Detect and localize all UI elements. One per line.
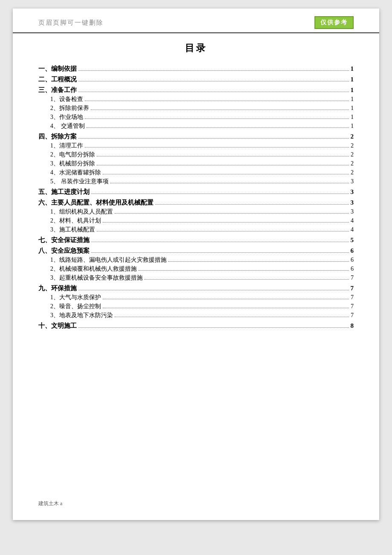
toc-item: 三、准备工作1 — [38, 86, 354, 94]
document-page: 页眉页脚可一键删除 仅供参考 目录 一、编制依据1二、工程概况1三、准备工作11… — [13, 9, 379, 520]
toc-item: 二、工程概况1 — [38, 75, 354, 84]
toc-page-number: 1 — [351, 96, 354, 103]
toc-page-number: 7 — [351, 294, 354, 301]
toc-dots — [91, 194, 349, 194]
toc-page-number: 1 — [351, 123, 354, 130]
footer-text: 建筑土木 a — [38, 500, 62, 506]
toc-item: 2、噪音、扬尘控制7 — [38, 303, 354, 310]
toc-label: 2、噪音、扬尘控制 — [50, 303, 101, 310]
toc-dots — [103, 308, 349, 308]
toc-label: 二、工程概况 — [38, 75, 77, 84]
toc-label: 2、拆除前保养 — [50, 104, 89, 112]
toc-page-number: 2 — [351, 169, 354, 176]
toc-dots — [78, 92, 349, 92]
toc-item: 4、 交通管制1 — [38, 122, 354, 130]
toc-label: 十、文明施工 — [38, 322, 77, 330]
toc-page-number: 6 — [351, 257, 354, 263]
toc-page-number: 3 — [351, 188, 354, 196]
toc-label: 2、电气部分拆除 — [50, 151, 95, 159]
toc-item: 九、环保措施7 — [38, 284, 354, 292]
toc-item: 3、机械部分拆除2 — [38, 160, 354, 168]
toc-page-number: 3 — [351, 199, 354, 206]
toc-page-number: 1 — [351, 65, 354, 72]
toc-label: 四、拆除方案 — [38, 133, 77, 141]
toc-label: 4、 交通管制 — [50, 122, 85, 130]
toc-label: 3、起重机械设备安全事故救援措施 — [50, 274, 143, 282]
toc-dots — [78, 138, 349, 139]
toc-item: 1、大气与水质保护7 — [38, 294, 354, 301]
toc-page-number: 4 — [351, 217, 354, 224]
toc-label: 2、材料、机具计划 — [50, 217, 101, 225]
toc-dots — [103, 174, 349, 174]
toc-item: 1、组织机构及人员配置3 — [38, 208, 354, 216]
toc-label: 八、安全应急预案 — [38, 247, 89, 255]
toc-label: 一、编制依据 — [38, 65, 77, 73]
toc-dots — [85, 147, 349, 147]
toc-dots — [115, 213, 349, 214]
toc-dots — [78, 70, 349, 71]
toc-dots — [115, 317, 349, 317]
toc-item: 一、编制依据1 — [38, 65, 354, 73]
toc-page-number: 7 — [351, 312, 354, 319]
toc-page-number: 1 — [351, 105, 354, 112]
toc-item: 1、线路短路、漏电伤人或引起火灾救援措施6 — [38, 256, 354, 264]
toc-page-number: 6 — [351, 247, 354, 254]
toc-item: 七、安全保证措施5 — [38, 236, 354, 244]
toc-page-number: 3 — [351, 178, 354, 185]
toc-item: 四、拆除方案2 — [38, 133, 354, 141]
toc-page-number: 3 — [351, 208, 354, 215]
toc-page-number: 8 — [351, 322, 354, 330]
toc-dots — [155, 204, 349, 205]
toc-dots — [91, 252, 349, 253]
toc-dots — [144, 279, 349, 280]
toc-label: 五、施工进度计划 — [38, 188, 89, 196]
toc-dots — [91, 242, 349, 242]
toc-page-number: 2 — [351, 142, 354, 149]
toc-page-number: 1 — [351, 76, 354, 83]
toc-label: 1、组织机构及人员配置 — [50, 208, 113, 216]
toc-item: 3、施工机械配置4 — [38, 226, 354, 234]
toc-container: 一、编制依据1二、工程概况1三、准备工作11、设备检查12、拆除前保养13、作业… — [38, 65, 354, 330]
toc-label: 3、施工机械配置 — [50, 226, 95, 234]
toc-page-number: 1 — [351, 114, 354, 121]
toc-dots — [91, 110, 349, 110]
toc-label: 1、线路短路、漏电伤人或引起火灾救援措施 — [50, 256, 167, 264]
toc-page-number: 2 — [351, 151, 354, 158]
toc-item: 五、施工进度计划3 — [38, 188, 354, 196]
toc-dots — [85, 101, 349, 101]
toc-dots — [103, 222, 349, 223]
toc-dots — [78, 290, 349, 290]
toc-label: 三、准备工作 — [38, 86, 77, 94]
toc-label: 六、主要人员配置、材料使用及机械配置 — [38, 199, 153, 207]
toc-page-number: 7 — [351, 303, 354, 310]
toc-item: 2、拆除前保养1 — [38, 104, 354, 112]
toc-page-number: 7 — [351, 275, 354, 281]
toc-dots — [78, 327, 349, 328]
toc-item: 1、设备检查1 — [38, 95, 354, 103]
toc-label: 1、大气与水质保护 — [50, 294, 101, 301]
toc-page-number: 1 — [351, 87, 354, 94]
toc-item: 十、文明施工8 — [38, 322, 354, 330]
footer: 建筑土木 a — [38, 500, 62, 507]
toc-label: 九、环保措施 — [38, 284, 77, 292]
toc-dots — [86, 127, 349, 128]
toc-dots — [78, 81, 349, 81]
toc-dots — [110, 183, 349, 183]
toc-label: 3、作业场地 — [50, 113, 83, 121]
doc-title: 目录 — [38, 42, 354, 55]
toc-dots — [138, 270, 349, 271]
toc-label: 3、机械部分拆除 — [50, 160, 95, 168]
toc-page-number: 6 — [351, 266, 354, 272]
toc-item: 4、水泥储蓄罐拆除2 — [38, 169, 354, 176]
main-content: 目录 一、编制依据1二、工程概况1三、准备工作11、设备检查12、拆除前保养13… — [13, 33, 379, 357]
toc-page-number: 7 — [351, 285, 354, 292]
header: 页眉页脚可一键删除 仅供参考 — [13, 9, 379, 33]
toc-item: 5、 吊装作业注意事项3 — [38, 178, 354, 185]
toc-item: 3、作业场地1 — [38, 113, 354, 121]
toc-item: 八、安全应急预案6 — [38, 247, 354, 255]
toc-label: 1、设备检查 — [50, 95, 83, 103]
toc-label: 4、水泥储蓄罐拆除 — [50, 169, 101, 176]
toc-label: 2、机械倾覆和机械伤人救援措施 — [50, 265, 137, 273]
toc-item: 2、材料、机具计划4 — [38, 217, 354, 225]
toc-item: 3、起重机械设备安全事故救援措施7 — [38, 274, 354, 282]
